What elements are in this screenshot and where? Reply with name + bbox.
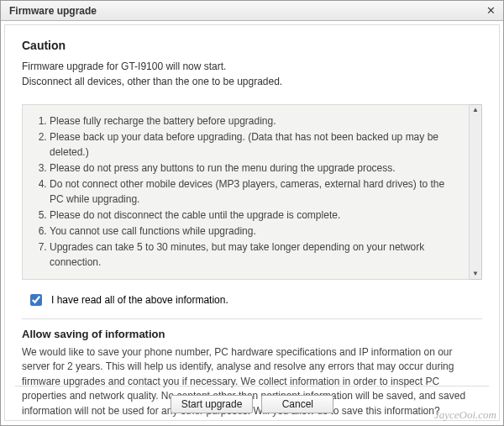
dialog-window: Firmware upgrade ✕ Caution Firmware upgr… bbox=[0, 0, 504, 426]
start-upgrade-button[interactable]: Start upgrade bbox=[171, 395, 254, 413]
notice-item: Do not connect other mobile devices (MP3… bbox=[50, 176, 457, 207]
cancel-button[interactable]: Cancel bbox=[261, 395, 333, 413]
content-area: Caution Firmware upgrade for GT-I9100 wi… bbox=[4, 24, 500, 421]
divider bbox=[22, 318, 482, 319]
notice-item: Please back up your data before upgradin… bbox=[50, 129, 457, 160]
notice-list: Please fully recharge the battery before… bbox=[34, 113, 457, 270]
caution-line2: Disconnect all devices, other than the o… bbox=[22, 74, 482, 89]
close-icon[interactable]: ✕ bbox=[483, 4, 498, 18]
allow-heading: Allow saving of information bbox=[22, 328, 482, 340]
notice-box: Please fully recharge the battery before… bbox=[22, 104, 470, 280]
button-row: Start upgrade Cancel bbox=[15, 386, 489, 413]
scrollbar[interactable]: ▲ ▼ bbox=[470, 104, 482, 280]
confirm-row[interactable]: I have read all of the above information… bbox=[27, 292, 482, 308]
scroll-up-icon[interactable]: ▲ bbox=[472, 107, 479, 113]
notice-item: You cannot use call functions while upgr… bbox=[50, 224, 457, 239]
window-title: Firmware upgrade bbox=[9, 5, 97, 17]
caution-line1: Firmware upgrade for GT-I9100 will now s… bbox=[22, 59, 482, 74]
titlebar: Firmware upgrade ✕ bbox=[1, 1, 503, 21]
caution-intro: Firmware upgrade for GT-I9100 will now s… bbox=[22, 59, 482, 89]
scroll-down-icon[interactable]: ▼ bbox=[472, 271, 479, 277]
confirm-checkbox[interactable] bbox=[30, 294, 42, 306]
notice-item: Upgrades can take 5 to 30 minutes, but m… bbox=[50, 239, 457, 270]
notice-item: Please do not disconnect the cable until… bbox=[50, 208, 457, 223]
notice-item: Please do not press any buttons to run t… bbox=[50, 160, 457, 176]
caution-heading: Caution bbox=[22, 39, 482, 52]
notice-item: Please fully recharge the battery before… bbox=[50, 113, 457, 129]
confirm-label: I have read all of the above information… bbox=[51, 294, 228, 306]
notice-wrap: Please fully recharge the battery before… bbox=[22, 104, 482, 280]
